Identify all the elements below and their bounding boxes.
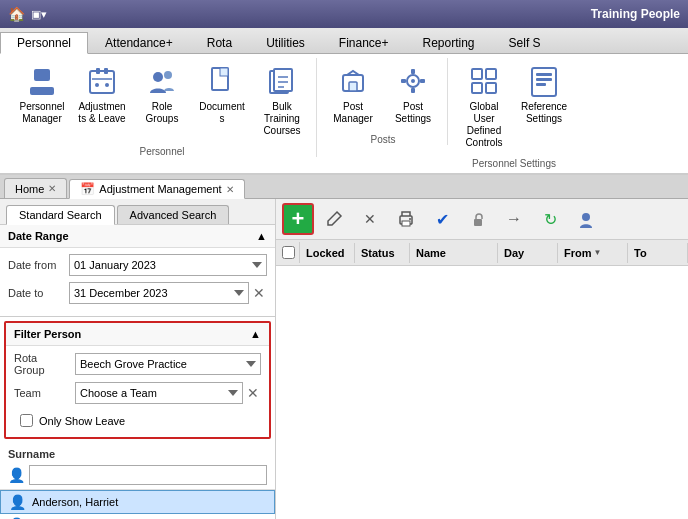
doc-tab-home[interactable]: Home ✕ [4,178,67,198]
adjustment-mgmt-tab-icon: 📅 [80,182,95,196]
personnel-manager-button[interactable]: Personnel Manager [14,58,70,130]
doc-tab-home-close[interactable]: ✕ [48,183,56,194]
rota-group-row: Rota Group Beech Grove Practice [14,352,261,376]
personnel-manager-label: Personnel Manager [17,101,67,125]
person-item-anderson[interactable]: 👤 Anderson, Harriet [0,490,275,514]
locked-column-label: Locked [306,247,345,259]
date-range-collapse-icon: ▲ [256,230,267,242]
team-clear-button[interactable]: ✕ [245,385,261,401]
edit-button[interactable] [318,203,350,235]
svg-point-37 [582,213,590,221]
filter-person-section: Filter Person ▲ Rota Group Beech Grove P… [4,321,271,439]
adjustments-leave-button[interactable]: Adjustments & Leave [74,58,130,130]
svg-point-8 [153,72,163,82]
ribbon-content: Personnel Manager Adjustments & Leave Ro… [0,54,688,174]
svg-rect-2 [90,71,114,93]
to-column-label: To [634,247,647,259]
team-row: Team Choose a Team ✕ [14,382,261,404]
person-item-bell[interactable]: 👤 Bell, James [0,514,275,519]
ribbon-tab-rota[interactable]: Rota [190,31,249,53]
doc-tab-adjustment-close[interactable]: ✕ [226,184,234,195]
standard-search-tab[interactable]: Standard Search [6,205,115,225]
post-settings-label: Post Settings [388,101,438,125]
advanced-search-tab[interactable]: Advanced Search [117,205,230,224]
global-user-defined-icon [466,63,502,99]
arrow-button[interactable]: → [498,203,530,235]
documents-button[interactable]: Documents [194,58,250,130]
team-select[interactable]: Choose a Team [75,382,243,404]
adjustments-leave-label: Adjustments & Leave [77,101,127,125]
svg-rect-32 [536,83,546,86]
ribbon-tab-personnel[interactable]: Personnel [0,32,88,54]
svg-rect-27 [472,83,482,93]
rota-group-label: Rota Group [14,352,69,376]
post-settings-button[interactable]: Post Settings [385,58,441,130]
svg-rect-28 [486,83,496,93]
grid-to-header: To [628,243,688,263]
rota-group-select[interactable]: Beech Grove Practice [75,353,261,375]
date-range-header[interactable]: Date Range ▲ [0,225,275,248]
app-title: Training People [591,7,680,21]
title-bar-left: 🏠 ▣▾ [8,6,47,22]
documents-icon [204,63,240,99]
svg-rect-31 [536,78,552,81]
doc-tabs-bar: Home ✕ 📅 Adjustment Management ✕ [0,175,688,199]
post-manager-icon [335,63,371,99]
date-from-row: Date from 01 January 2023 [8,254,267,276]
filter-person-title: Filter Person [14,328,81,340]
reference-settings-button[interactable]: Reference Settings [516,58,572,130]
post-manager-button[interactable]: Post Manager [325,58,381,130]
bulk-training-button[interactable]: Bulk Training Courses [254,58,310,142]
left-panel: Standard Search Advanced Search Date Ran… [0,199,276,519]
check-button[interactable]: ✔ [426,203,458,235]
surname-input[interactable] [29,465,267,485]
delete-button[interactable]: ✕ [354,203,386,235]
date-from-select[interactable]: 01 January 2023 [69,254,267,276]
date-to-select[interactable]: 31 December 2023 [69,282,249,304]
user-action-button[interactable] [570,203,602,235]
date-range-title: Date Range [8,230,69,242]
select-all-checkbox[interactable] [282,246,295,259]
svg-rect-25 [472,69,482,79]
posts-ribbon-group: Post Manager Post Settings Posts [319,58,448,145]
refresh-button[interactable]: ↻ [534,203,566,235]
from-sort-icon: ▼ [594,248,602,257]
from-column-label: From [564,247,592,259]
quick-access: ▣▾ [31,8,47,21]
role-groups-label: Role Groups [137,101,187,125]
date-range-section: Date Range ▲ Date from 01 January 2023 D… [0,225,275,317]
ribbon-tab-reporting[interactable]: Reporting [406,31,492,53]
doc-tab-adjustment-label: Adjustment Management [99,183,221,195]
personnel-ribbon-items: Personnel Manager Adjustments & Leave Ro… [14,58,310,142]
only-show-leave-checkbox[interactable] [20,414,33,427]
ribbon-tab-attendance[interactable]: Attendance+ [88,31,190,53]
doc-tab-adjustment-management[interactable]: 📅 Adjustment Management ✕ [69,179,244,199]
person-icon-anderson: 👤 [9,494,26,510]
personnel-settings-ribbon-group: Global User Defined Controls Reference S… [450,58,578,169]
svg-point-7 [105,83,109,87]
ribbon-tab-finance[interactable]: Finance+ [322,31,406,53]
bulk-training-label: Bulk Training Courses [256,101,308,137]
lock-button[interactable] [462,203,494,235]
role-groups-button[interactable]: Role Groups [134,58,190,130]
surname-section: Surname 👤 [0,443,275,490]
main-content: Standard Search Advanced Search Date Ran… [0,199,688,519]
ribbon-tab-utilities[interactable]: Utilities [249,31,322,53]
add-button[interactable]: + [282,203,314,235]
global-user-defined-button[interactable]: Global User Defined Controls [456,58,512,154]
date-to-row: Date to 31 December 2023 ✕ [8,282,267,304]
team-wrapper: Choose a Team ✕ [75,382,261,404]
person-list: 👤 Anderson, Harriet 👤 Bell, James 👤 Chil… [0,490,275,519]
ribbon-tab-selfservice[interactable]: Self S [492,31,558,53]
print-button[interactable] [390,203,422,235]
date-to-clear-button[interactable]: ✕ [251,285,267,301]
svg-point-35 [409,218,411,220]
post-settings-icon [395,63,431,99]
reference-settings-label: Reference Settings [519,101,569,125]
filter-person-header[interactable]: Filter Person ▲ [6,323,269,346]
svg-rect-30 [536,73,552,76]
global-user-defined-label: Global User Defined Controls [459,101,509,149]
svg-rect-22 [411,88,415,93]
status-column-label: Status [361,247,395,259]
posts-group-label: Posts [370,130,395,145]
